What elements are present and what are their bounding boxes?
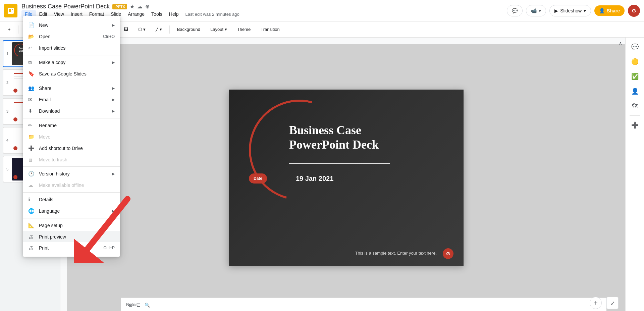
meet-button[interactable]: 📹 ▾ [526,5,546,16]
language-arrow: ▶ [112,209,115,213]
star-icon[interactable]: ★ [130,3,135,10]
add-slide-toolbar-btn[interactable]: + [4,25,15,34]
download-arrow: ▶ [112,109,115,113]
menu-version-label: Version history [39,171,70,176]
slide-num-3: 3 [5,109,10,113]
save-icon[interactable]: ⊕ [145,3,150,10]
transition-btn[interactable]: Transition [257,25,284,34]
slide-sample-text: This is a sample text. Enter your text h… [355,251,437,256]
share-arrow: ▶ [112,86,115,91]
menu-item-move: 📁 Move [23,131,120,143]
new-icon: 📄 [28,22,35,28]
add-slide-fab[interactable]: + [590,297,602,309]
menu-language-label: Language [39,208,60,214]
copy-arrow: ▶ [112,60,115,65]
theme-btn[interactable]: Theme [233,25,255,34]
menu-make-copy-label: Make a copy [39,60,65,65]
menu-section-4: ✏ Rename 📁 Move ➕ Add shortcut to Drive … [23,118,120,167]
menu-item-share[interactable]: 👥 Share ▶ [23,83,120,94]
rsb-comments-btn[interactable]: 💬 [628,40,642,54]
menu-item-print-preview[interactable]: 🖨 Print preview [23,231,120,242]
menu-item-save-google[interactable]: 🔖 Save as Google Slides [23,68,120,80]
menu-item-import[interactable]: ↩ Import slides [23,42,120,54]
meet-arrow: ▾ [539,8,541,13]
menu-item-page-setup[interactable]: 📐 Page setup [23,220,120,231]
shape-btn[interactable]: ⬡ ▾ [134,25,150,34]
expand-button[interactable]: ⤢ [606,297,619,309]
zoom-in-btn[interactable]: 🔍 [143,301,151,309]
history-icon: 🕐 [28,171,35,177]
slide-list-btn[interactable]: ☰ [135,301,142,309]
slide-num-4: 4 [5,138,10,142]
svg-rect-2 [12,9,13,10]
rsb-gemini-btn[interactable]: 🟡 [628,55,642,68]
menu-share-label: Share [39,86,51,91]
app-icon[interactable] [4,4,17,17]
menu-shortcut-label: Add shortcut to Drive [39,146,83,151]
notes-area[interactable]: Notes [121,298,606,311]
line-btn[interactable]: ╱ ▾ [152,25,166,34]
menu-item-email[interactable]: ✉ Email ▶ [23,94,120,105]
menu-import-label: Import slides [39,45,65,51]
ruler-horizontal [60,38,625,44]
rsb-maps-btn[interactable]: 🗺 [628,99,642,113]
rsb-add-btn[interactable]: ➕ [628,118,642,132]
rsb-contacts-btn[interactable]: 👤 [628,85,642,98]
menu-details-label: Details [39,197,53,202]
print-icon: 🖨 [28,245,35,251]
background-btn[interactable]: Background [173,25,204,34]
menu-item-add-shortcut[interactable]: ➕ Add shortcut to Drive [23,143,120,154]
menu-offline-label: Make available offline [39,183,84,188]
menu-arrange[interactable]: Arrange [124,10,148,18]
menu-item-download[interactable]: ⬇ Download ▶ [23,105,120,117]
slideshow-button[interactable]: ▶ Slideshow ▾ [549,5,591,16]
layout-btn[interactable]: Layout ▾ [206,25,231,34]
share-menu-icon: 👥 [28,85,35,91]
open-shortcut: Ctrl+O [103,34,115,39]
menu-page-setup-label: Page setup [39,223,63,228]
new-arrow: ▶ [112,23,115,28]
menu-help[interactable]: Help [166,10,182,18]
collapse-toolbar-btn[interactable]: ∧ [619,40,623,47]
image-btn[interactable]: 🖼 [120,25,132,34]
rsb-separator [630,115,640,116]
menu-item-new[interactable]: 📄 New ▶ [23,19,120,31]
slide-controls: ⊞ ☰ 🔍 [127,301,151,309]
menu-item-rename[interactable]: ✏ Rename [23,120,120,131]
slide-grid-btn[interactable]: ⊞ [127,301,134,309]
menu-item-version-history[interactable]: 🕐 Version history ▶ [23,168,120,179]
menu-rename-label: Rename [39,123,57,128]
menu-item-open[interactable]: 📂 Open Ctrl+O [23,31,120,42]
right-sidebar: 💬 🟡 ✅ 👤 🗺 ➕ [625,38,644,311]
meet-icon: 📹 [531,8,537,13]
menu-item-details[interactable]: ℹ Details [23,194,120,205]
copy-icon: ⧉ [28,59,35,65]
menu-tools[interactable]: Tools [148,10,166,18]
menu-section-2: ⧉ Make a copy ▶ 🔖 Save as Google Slides [23,55,120,81]
menu-item-make-copy[interactable]: ⧉ Make a copy ▶ [23,57,120,68]
share-button[interactable]: 👤 Share [594,5,625,16]
rsb-tasks-btn[interactable]: ✅ [628,70,642,83]
cloud-icon[interactable]: ☁ [137,3,143,10]
doc-title[interactable]: Business Case PowerPoint Deck [21,3,110,10]
slideshow-icon: ▶ [554,8,558,13]
menu-download-label: Download [39,108,60,114]
slide-title: Business Case PowerPoint Deck [289,123,379,152]
menu-print-preview-label: Print preview [39,234,66,240]
toolbar-separator-3 [169,25,170,34]
menu-trash-label: Move to trash [39,157,67,162]
slide-num-2: 2 [5,81,10,85]
menu-section-1: 📄 New ▶ 📂 Open Ctrl+O ↩ Import slides [23,18,120,55]
user-avatar[interactable]: G [628,5,640,17]
doc-badge: .PPTX [112,4,127,9]
menu-item-language[interactable]: 🌐 Language ▶ [23,205,120,217]
menu-item-print[interactable]: 🖨 Print Ctrl+P [23,242,120,253]
print-preview-icon: 🖨 [28,234,35,240]
chat-button[interactable]: 💬 [507,5,523,16]
slide-num-5: 5 [5,167,10,171]
save-google-icon: 🔖 [28,71,35,77]
toolbar-separator-1 [18,25,18,34]
import-icon: ↩ [28,45,35,51]
canvas-area[interactable]: Business Case PowerPoint Deck Date 19 Ja… [60,38,625,311]
menu-item-move-trash: 🗑 Move to trash [23,154,120,165]
